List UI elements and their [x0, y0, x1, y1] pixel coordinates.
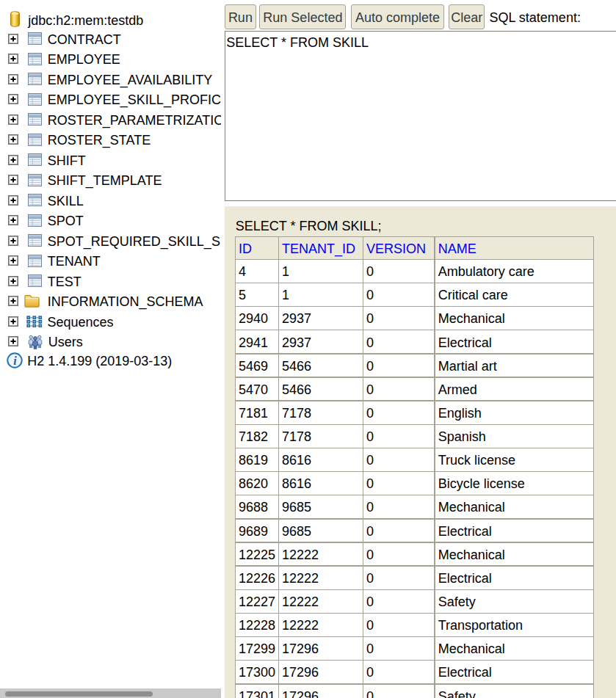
svg-text:i: i [13, 354, 17, 366]
